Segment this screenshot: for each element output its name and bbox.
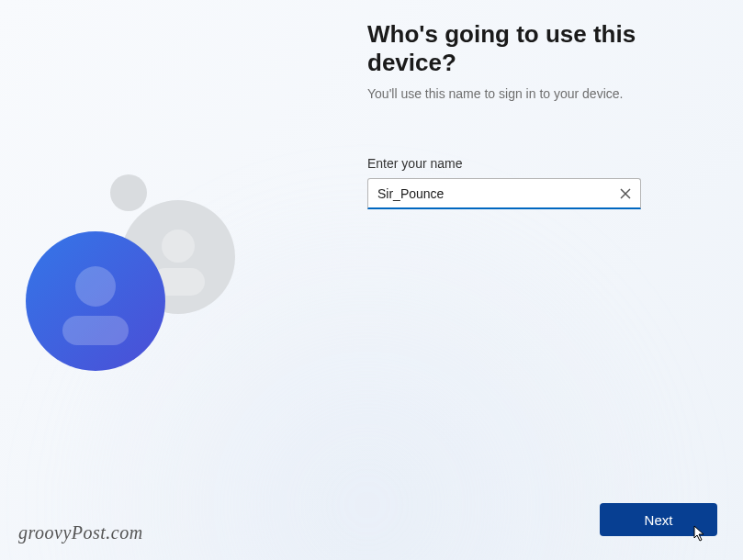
close-icon <box>620 188 631 199</box>
watermark-text: groovyPost.com <box>18 522 143 543</box>
next-button[interactable]: Next <box>600 503 717 536</box>
page-title: Who's going to use this device? <box>367 20 716 77</box>
clear-input-button[interactable] <box>615 184 636 204</box>
form-content: Who's going to use this device? You'll u… <box>367 20 716 209</box>
setup-screen: Who's going to use this device? You'll u… <box>0 0 743 560</box>
name-input[interactable] <box>367 178 641 209</box>
person-avatar-blue <box>26 231 165 371</box>
person-head-icon <box>75 266 116 307</box>
person-head-icon <box>162 230 195 263</box>
user-illustration <box>18 174 276 431</box>
name-input-wrapper <box>367 178 641 209</box>
name-field-label: Enter your name <box>367 156 716 171</box>
page-subtitle: You'll use this name to sign in to your … <box>367 86 716 101</box>
decorative-circle-small <box>110 174 147 211</box>
person-body-icon <box>62 316 129 345</box>
